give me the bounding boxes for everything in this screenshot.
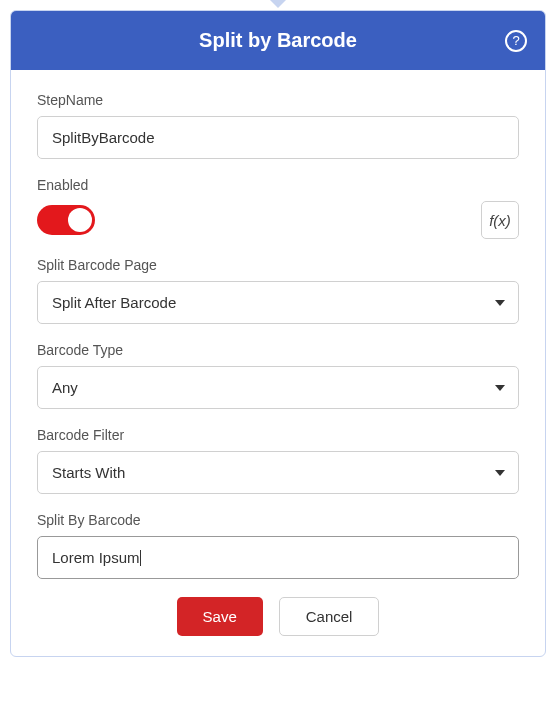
split-barcode-page-group: Split Barcode Page Split After Barcode <box>37 257 519 324</box>
enabled-toggle[interactable] <box>37 205 95 235</box>
split-by-barcode-input[interactable]: Lorem Ipsum <box>37 536 519 579</box>
select-wrapper: Any <box>37 366 519 409</box>
panel-arrow-indicator <box>270 0 286 8</box>
barcode-type-label: Barcode Type <box>37 342 519 358</box>
select-wrapper: Starts With <box>37 451 519 494</box>
panel-header: Split by Barcode ? <box>11 11 545 70</box>
fx-label: f(x) <box>489 212 511 229</box>
barcode-type-select[interactable]: Any <box>37 366 519 409</box>
barcode-filter-select[interactable]: Starts With <box>37 451 519 494</box>
split-by-barcode-group: Split By Barcode Lorem Ipsum <box>37 512 519 579</box>
barcode-type-group: Barcode Type Any <box>37 342 519 409</box>
enabled-label: Enabled <box>37 177 519 193</box>
button-row: Save Cancel <box>37 597 519 636</box>
panel-title: Split by Barcode <box>31 29 525 52</box>
help-icon[interactable]: ? <box>505 30 527 52</box>
toggle-knob <box>68 208 92 232</box>
split-barcode-page-select[interactable]: Split After Barcode <box>37 281 519 324</box>
barcode-filter-group: Barcode Filter Starts With <box>37 427 519 494</box>
panel-body: StepName Enabled f(x) Split Barcode Page… <box>11 70 545 656</box>
split-by-barcode-label: Split By Barcode <box>37 512 519 528</box>
barcode-filter-label: Barcode Filter <box>37 427 519 443</box>
fx-button[interactable]: f(x) <box>481 201 519 239</box>
cancel-button[interactable]: Cancel <box>279 597 380 636</box>
select-wrapper: Split After Barcode <box>37 281 519 324</box>
split-barcode-panel: Split by Barcode ? StepName Enabled f(x)… <box>10 10 546 657</box>
split-by-barcode-value: Lorem Ipsum <box>52 549 140 566</box>
split-barcode-page-label: Split Barcode Page <box>37 257 519 273</box>
text-cursor <box>140 550 141 566</box>
save-button[interactable]: Save <box>177 597 263 636</box>
enabled-group: Enabled f(x) <box>37 177 519 239</box>
enabled-row: f(x) <box>37 201 519 239</box>
stepname-label: StepName <box>37 92 519 108</box>
stepname-group: StepName <box>37 92 519 159</box>
stepname-input[interactable] <box>37 116 519 159</box>
